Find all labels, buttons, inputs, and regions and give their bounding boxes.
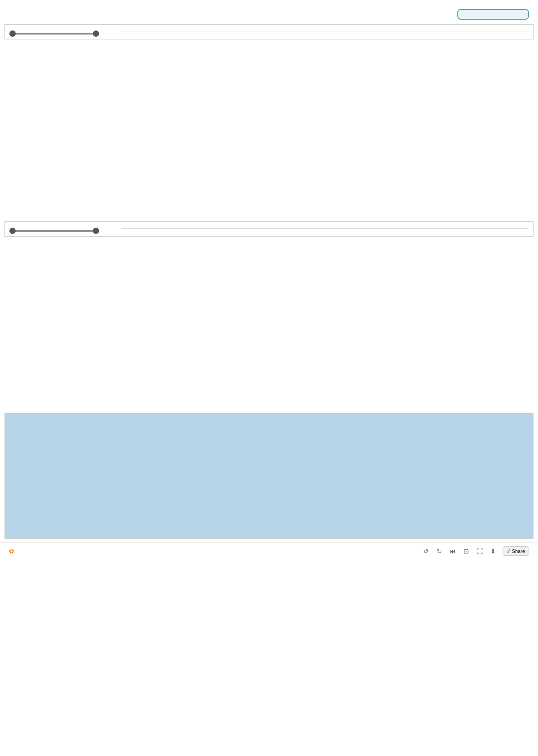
- page-wrapper: ✿ ↺ ↻ ⏮ ⊡ ⛶ ⬇ ⤤ Share: [0, 0, 538, 559]
- bar-chart-section: [4, 42, 534, 214]
- filter-panel-2: [4, 221, 534, 237]
- dashboard-description-button[interactable]: [457, 9, 529, 20]
- legend-2: [121, 226, 529, 231]
- legend-title-2: [121, 226, 529, 229]
- undo-icon[interactable]: ↺: [422, 547, 430, 555]
- redo-icon[interactable]: ↻: [435, 547, 443, 555]
- area-chart-section: [4, 239, 534, 411]
- share-button[interactable]: ⤤ Share: [503, 546, 529, 556]
- top-bar: [0, 0, 538, 24]
- range-handle-right-2[interactable]: [93, 228, 99, 234]
- tableau-link[interactable]: ✿: [9, 548, 16, 555]
- range-handle-right-1[interactable]: [93, 30, 99, 37]
- date-range-slider-1[interactable]: [9, 33, 99, 35]
- filter-panel-1: [4, 24, 534, 39]
- share-label: Share: [512, 549, 525, 554]
- range-handle-left-2[interactable]: [9, 228, 16, 234]
- download-icon[interactable]: ⬇: [489, 547, 497, 555]
- revert-icon[interactable]: ⏮: [449, 547, 457, 555]
- fullscreen-icon[interactable]: ⛶: [476, 547, 484, 555]
- map-credits: [4, 539, 534, 540]
- share-icon: ⤤: [507, 548, 511, 554]
- map-section: [4, 413, 534, 540]
- map-container[interactable]: [4, 413, 534, 539]
- range-handle-left-1[interactable]: [9, 30, 16, 37]
- area-chart: [4, 239, 534, 410]
- map-svg: [5, 414, 533, 538]
- date-range-slider-2[interactable]: [9, 230, 99, 232]
- date-filter-2: [9, 226, 121, 232]
- date-filter-1: [9, 29, 121, 35]
- legend-1: [121, 29, 529, 34]
- legend-title-1: [121, 29, 529, 31]
- bottom-bar: ✿ ↺ ↻ ⏮ ⊡ ⛶ ⬇ ⤤ Share: [0, 542, 538, 559]
- bar-chart: [4, 42, 534, 212]
- bottom-controls: ↺ ↻ ⏮ ⊡ ⛶ ⬇ ⤤ Share: [422, 546, 529, 556]
- tableau-icon: ✿: [9, 548, 14, 555]
- layout-icon[interactable]: ⊡: [462, 547, 470, 555]
- title-section: [9, 9, 457, 11]
